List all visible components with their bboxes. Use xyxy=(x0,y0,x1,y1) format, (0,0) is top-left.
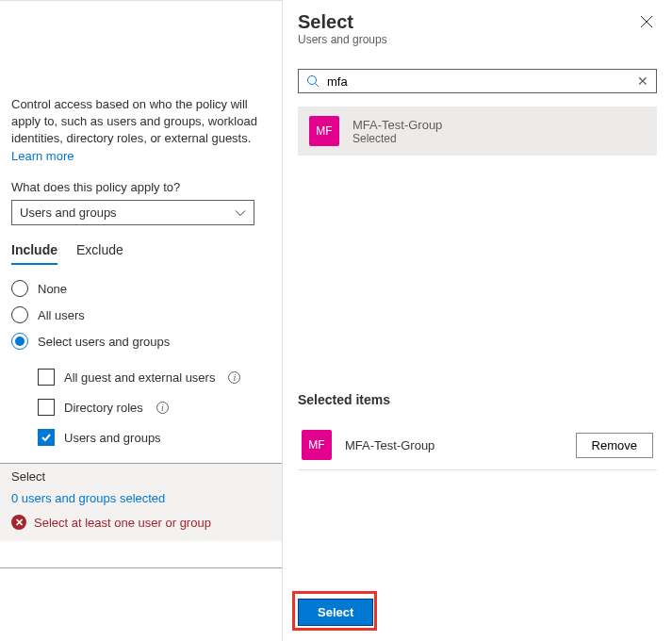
radio-label: None xyxy=(38,282,67,296)
top-spacer xyxy=(0,0,282,85)
search-box[interactable]: ✕ xyxy=(298,69,657,93)
avatar: MF xyxy=(302,430,332,460)
check-directory-roles[interactable]: Directory roles i xyxy=(38,399,270,416)
select-summary-section: Select 0 users and groups selected ✕ Sel… xyxy=(0,463,282,541)
check-label: Directory roles xyxy=(64,401,143,415)
radio-none[interactable]: None xyxy=(11,280,270,297)
include-radio-group: None All users Select users and groups xyxy=(11,280,270,350)
check-label: Users and groups xyxy=(64,431,161,445)
divider xyxy=(0,567,282,568)
close-button[interactable] xyxy=(636,11,657,35)
search-input[interactable] xyxy=(327,74,630,89)
radio-icon xyxy=(11,333,28,350)
radio-icon xyxy=(11,280,28,297)
radio-icon xyxy=(11,306,28,323)
policy-description: Control access based on who the policy w… xyxy=(11,96,270,147)
panel-subtitle: Users and groups xyxy=(298,33,387,46)
select-summary-header: Select xyxy=(11,469,270,484)
avatar: MF xyxy=(309,116,339,146)
dropdown-value: Users and groups xyxy=(20,205,117,220)
checkbox-icon xyxy=(38,429,55,446)
error-message: ✕ Select at least one user or group xyxy=(11,515,270,530)
panel-footer: Select xyxy=(283,583,672,641)
search-icon xyxy=(306,74,320,88)
select-button[interactable]: Select xyxy=(298,599,373,626)
search-result-item[interactable]: MF MFA-Test-Group Selected xyxy=(298,107,657,156)
apply-to-label: What does this policy apply to? xyxy=(11,180,270,194)
error-icon: ✕ xyxy=(11,515,26,530)
error-text: Select at least one user or group xyxy=(34,516,211,530)
info-icon[interactable]: i xyxy=(228,371,240,384)
close-icon xyxy=(640,15,653,28)
panel-title: Select xyxy=(298,11,387,33)
selected-count-link[interactable]: 0 users and groups selected xyxy=(11,491,270,505)
selected-item: MF MFA-Test-Group Remove xyxy=(298,420,657,470)
selected-items-header: Selected items xyxy=(298,392,657,407)
result-status: Selected xyxy=(352,132,442,145)
include-exclude-tabs: Include Exclude xyxy=(11,242,270,265)
radio-all-users[interactable]: All users xyxy=(11,306,270,323)
svg-point-0 xyxy=(308,76,317,85)
selected-items-section: Selected items MF MFA-Test-Group Remove xyxy=(298,373,657,470)
radio-label: All users xyxy=(38,308,85,322)
result-name: MFA-Test-Group xyxy=(352,118,442,132)
radio-label: Select users and groups xyxy=(38,335,170,349)
info-icon[interactable]: i xyxy=(156,402,169,414)
check-users-groups[interactable]: Users and groups xyxy=(38,429,270,446)
learn-more-link[interactable]: Learn more xyxy=(11,149,74,163)
tab-exclude[interactable]: Exclude xyxy=(76,242,123,265)
remove-button[interactable]: Remove xyxy=(576,433,653,458)
radio-select-users[interactable]: Select users and groups xyxy=(11,333,270,350)
checkbox-icon xyxy=(38,369,55,386)
tab-include[interactable]: Include xyxy=(11,242,57,265)
clear-search-icon[interactable]: ✕ xyxy=(637,74,648,89)
apply-to-dropdown[interactable]: Users and groups xyxy=(11,200,254,225)
check-guests[interactable]: All guest and external users i xyxy=(38,369,270,386)
assignments-pane: Control access based on who the policy w… xyxy=(0,0,283,641)
select-panel: Select Users and groups ✕ MF MFA-Test-Gr… xyxy=(283,0,672,641)
selected-item-name: MFA-Test-Group xyxy=(345,438,563,452)
checkbox-icon xyxy=(38,399,55,416)
check-label: All guest and external users xyxy=(64,370,215,385)
select-users-checks: All guest and external users i Directory… xyxy=(38,369,270,446)
chevron-down-icon xyxy=(235,207,246,219)
